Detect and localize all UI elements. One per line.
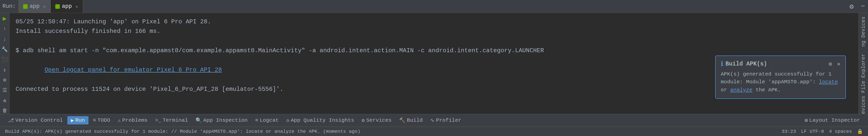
main-container: Run: app ✕ app ✕ ⚙ − ▶ ↑ ↓ 🔧 ⬛ ⇕ ⚙ ☰ ♻ 🗑 bbox=[0, 0, 868, 136]
problems-icon: ⚠ bbox=[118, 117, 121, 124]
notification-body-middle: or bbox=[721, 87, 730, 93]
indent-info: 4 spaces bbox=[829, 129, 852, 134]
toolbar-services[interactable]: ⚙ Services bbox=[359, 116, 395, 125]
app-icon-2 bbox=[55, 4, 60, 9]
delete-icon[interactable]: 🗑 bbox=[1, 107, 8, 114]
layout-inspector-icon: ⊞ bbox=[805, 117, 808, 124]
build-icon: 🔨 bbox=[399, 117, 405, 124]
down-arrow-icon[interactable]: ↓ bbox=[1, 36, 8, 43]
toolbar-todo[interactable]: ≡ TODO bbox=[90, 116, 113, 124]
toolbar-build[interactable]: 🔨 Build bbox=[396, 116, 426, 125]
notification-body: APK(s) generated successfully for 1 modu… bbox=[721, 70, 840, 94]
toolbar-problems[interactable]: ⚠ Problems bbox=[115, 116, 151, 125]
devices-file-explorer-label[interactable]: Devices File Explorer bbox=[861, 50, 866, 114]
toolbar-logcat[interactable]: ≡ Logcat bbox=[252, 116, 282, 124]
toolbar-layout-inspector[interactable]: ⊞ Layout Inspector bbox=[802, 116, 863, 125]
toolbar-run[interactable]: ▶ Run bbox=[67, 116, 89, 125]
profiler-icon: ∿ bbox=[430, 117, 434, 124]
locate-link[interactable]: locate bbox=[819, 79, 838, 85]
up-arrow-icon[interactable]: ↑ bbox=[1, 26, 8, 32]
toolbar-build-label: Build bbox=[407, 117, 423, 123]
logcat-link[interactable]: Open logcat panel for emulator Pixel 6 P… bbox=[44, 67, 222, 73]
app-icon-1 bbox=[23, 4, 28, 9]
notification-gear-icon[interactable]: ⚙ bbox=[829, 61, 832, 68]
content-area: ▶ ↑ ↓ 🔧 ⬛ ⇕ ⚙ ☰ ♻ 🗑 05/25 12:50:47: Laun… bbox=[0, 13, 868, 114]
tab-close-1[interactable]: ✕ bbox=[43, 4, 46, 9]
wrench-icon[interactable]: 🔧 bbox=[1, 46, 8, 53]
toolbar-terminal-label: Terminal bbox=[163, 117, 188, 123]
app-inspection-icon: 🔍 bbox=[195, 117, 202, 124]
run-icon: ▶ bbox=[71, 117, 74, 124]
toolbar-app-inspection[interactable]: 🔍 App Inspection bbox=[192, 116, 251, 125]
console-line-3 bbox=[16, 36, 852, 46]
toolbar-todo-label: TODO bbox=[97, 117, 110, 123]
tab-close-2[interactable]: ✕ bbox=[75, 4, 78, 9]
notification-body-suffix: the APK. bbox=[752, 87, 781, 93]
tab-app-1[interactable]: app ✕ bbox=[18, 0, 51, 13]
tab-bar: Run: app ✕ app ✕ ⚙ − bbox=[0, 0, 868, 13]
status-bar-right: 33:23 LF UTF-8 4 spaces 🔒 bbox=[782, 129, 863, 135]
toolbar-services-label: Services bbox=[366, 117, 392, 123]
minimize-icon[interactable]: − bbox=[858, 2, 868, 10]
lock-icon: 🔒 bbox=[857, 129, 863, 135]
version-control-icon: ⎇ bbox=[8, 117, 14, 124]
toolbar-app-quality-insights[interactable]: ◇ App Quality Insights bbox=[283, 116, 357, 125]
cursor-position: 33:23 bbox=[782, 129, 796, 134]
notification-header: ℹ Build APK(s) ⚙ ✕ bbox=[721, 61, 840, 68]
notification-actions: ⚙ ✕ bbox=[829, 61, 841, 68]
recycle-icon[interactable]: ♻ bbox=[1, 97, 8, 104]
terminal-icon: >_ bbox=[155, 117, 161, 123]
play-button[interactable]: ▶ bbox=[1, 15, 8, 22]
toolbar-layout-inspector-label: Layout Inspector bbox=[809, 117, 860, 123]
ng-devices-label[interactable]: ng Devices bbox=[861, 13, 866, 50]
analyze-link[interactable]: analyze bbox=[730, 87, 752, 93]
notification-title: ℹ Build APK(s) bbox=[721, 61, 767, 68]
toolbar-problems-label: Problems bbox=[122, 117, 148, 123]
build-apk-notification: ℹ Build APK(s) ⚙ ✕ APK(s) generated succ… bbox=[715, 56, 846, 99]
status-message: Build APK(s): APK(s) generated successfu… bbox=[5, 129, 360, 134]
toolbar-version-control[interactable]: ⎇ Version Control bbox=[5, 116, 66, 125]
console-area: 05/25 12:50:47: Launching 'app' on Pixel… bbox=[9, 13, 859, 114]
todo-icon: ≡ bbox=[93, 117, 96, 123]
app-quality-icon: ◇ bbox=[286, 117, 289, 124]
notification-title-text: Build APK(s) bbox=[725, 61, 767, 67]
toolbar-app-quality-label: App Quality Insights bbox=[291, 117, 354, 123]
status-bar: Build APK(s): APK(s) generated successfu… bbox=[0, 127, 868, 136]
list-icon[interactable]: ☰ bbox=[1, 87, 8, 94]
info-icon: ℹ bbox=[721, 61, 723, 68]
console-line-1: 05/25 12:50:47: Launching 'app' on Pixel… bbox=[16, 17, 852, 27]
toolbar-profiler[interactable]: ∿ Profiler bbox=[427, 116, 464, 125]
tab-label-2: app bbox=[62, 3, 72, 9]
toolbar-app-inspection-label: App Inspection bbox=[203, 117, 248, 123]
console-line-2: Install successfully finished in 166 ms. bbox=[16, 27, 852, 36]
toolbar-run-label: Run bbox=[75, 117, 85, 123]
logcat-icon: ≡ bbox=[255, 117, 258, 123]
toolbar-logcat-label: Logcat bbox=[260, 117, 279, 123]
encoding-info: LF UTF-8 bbox=[801, 129, 824, 134]
console-line-4: $ adb shell am start -n "com.example.app… bbox=[16, 46, 852, 56]
notification-close-button[interactable]: ✕ bbox=[837, 61, 840, 68]
toolbar-profiler-label: Profiler bbox=[436, 117, 461, 123]
settings-gear-icon[interactable]: ⚙ bbox=[845, 2, 858, 11]
left-sidebar: ▶ ↑ ↓ 🔧 ⬛ ⇕ ⚙ ☰ ♻ 🗑 bbox=[0, 13, 9, 114]
stop-icon[interactable]: ⬛ bbox=[1, 56, 8, 63]
notification-body-prefix: APK(s) generated successfully for 1 modu… bbox=[721, 71, 832, 85]
scroll-lock-icon[interactable]: ⇕ bbox=[1, 67, 8, 73]
toolbar-terminal[interactable]: >_ Terminal bbox=[152, 116, 191, 124]
services-icon: ⚙ bbox=[362, 117, 365, 124]
run-label: Run: bbox=[2, 3, 16, 9]
cog-icon[interactable]: ⚙ bbox=[1, 76, 8, 83]
tab-app-2[interactable]: app ✕ bbox=[51, 0, 83, 13]
bottom-toolbar: ⎇ Version Control ▶ Run ≡ TODO ⚠ Problem… bbox=[0, 114, 868, 127]
tab-label-1: app bbox=[30, 3, 40, 9]
toolbar-version-control-label: Version Control bbox=[15, 117, 63, 123]
right-sidebar: ng Devices Devices File Explorer bbox=[859, 13, 868, 114]
